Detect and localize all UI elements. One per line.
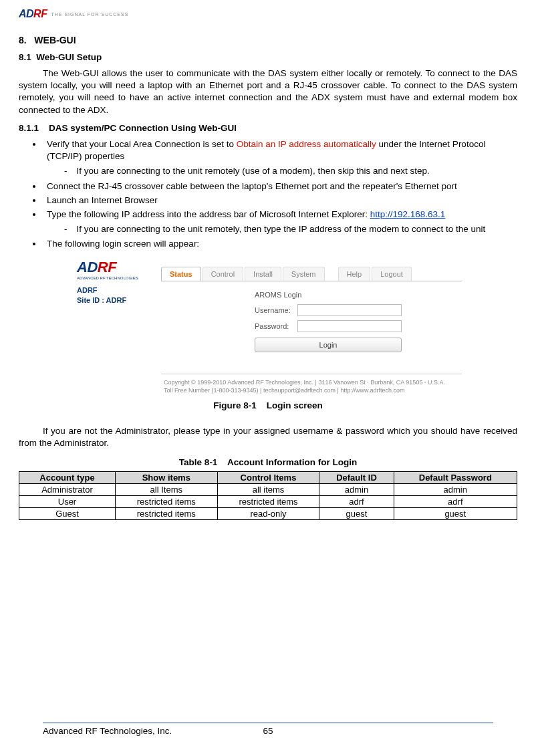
table-header: Default ID xyxy=(319,472,394,484)
instruction-list: Verify that your Local Area Connection i… xyxy=(43,138,517,251)
login-title: AROMS Login xyxy=(255,291,402,299)
page-footer: Advanced RF Technologies, Inc. 65 xyxy=(43,723,493,736)
admin-note-paragraph: If you are not the Administrator, please… xyxy=(19,425,517,449)
login-button[interactable]: Login xyxy=(255,338,402,352)
adrf-logo-icon: ADRF xyxy=(19,8,47,20)
screenshot-tabs: Status Control Install System Help Logou… xyxy=(161,265,462,281)
tab-status[interactable]: Status xyxy=(161,267,201,281)
tab-help[interactable]: Help xyxy=(338,267,371,281)
highlight-text: Obtain an IP address automatically xyxy=(237,139,376,149)
table-header-row: Account type Show items Control Items De… xyxy=(19,472,517,484)
footer-page-number: 65 xyxy=(263,726,273,736)
list-item: Type the following IP address into the a… xyxy=(43,209,517,235)
subsection-heading-8-1-1: 8.1.1 DAS system/PC Connection Using Web… xyxy=(19,123,517,133)
ip-address-link[interactable]: http://192.168.63.1 xyxy=(370,209,446,219)
screenshot-footer: Copyright © 1999-2010 Advanced RF Techno… xyxy=(161,378,462,395)
username-input[interactable] xyxy=(297,304,402,316)
table-header: Account type xyxy=(19,472,116,484)
list-item: Connect the RJ-45 crossover cable betwee… xyxy=(43,180,517,193)
logo-tagline: THE SIGNAL FOR SUCCESS xyxy=(51,12,128,17)
footer-company: Advanced RF Technologies, Inc. xyxy=(43,726,172,736)
list-item: The following login screen will appear: xyxy=(43,238,517,250)
table-header: Show items xyxy=(115,472,217,484)
tab-system[interactable]: System xyxy=(283,267,325,281)
page-header-logo: ADRF THE SIGNAL FOR SUCCESS xyxy=(19,7,517,21)
login-screenshot: ADRF ADVANCED RF TECHNOLOGIES ADRF Site … xyxy=(74,255,462,395)
sub-list-item: If you are connecting to the unit remote… xyxy=(64,165,517,177)
table-row: Administrator all Items all items admin … xyxy=(19,484,517,496)
table-caption: Table 8-1 Account Information for Login xyxy=(19,457,517,467)
username-label: Username: xyxy=(255,306,297,314)
table-row: User restricted items restricted items a… xyxy=(19,496,517,508)
screenshot-site-info: ADRF Site ID : ADRF xyxy=(77,285,161,306)
table-header: Default Password xyxy=(394,472,517,484)
table-header: Control Items xyxy=(217,472,319,484)
password-label: Password: xyxy=(255,322,297,330)
table-row: Guest restricted items read-only guest g… xyxy=(19,508,517,520)
list-item: Verify that your Local Area Connection i… xyxy=(43,138,517,178)
login-form: AROMS Login Username: Password: Login xyxy=(255,291,402,352)
subsection-heading-8-1: 8.1 Web-GUI Setup xyxy=(19,52,517,62)
section-heading: 8. WEB-GUI xyxy=(19,35,517,45)
password-input[interactable] xyxy=(297,320,402,332)
tab-logout[interactable]: Logout xyxy=(372,267,412,281)
figure-caption: Figure 8-1 Login screen xyxy=(19,400,517,410)
tab-control[interactable]: Control xyxy=(203,267,243,281)
list-item: Launch an Internet Browser xyxy=(43,195,517,207)
sub-list-item: If you are connecting to the unit remote… xyxy=(64,223,517,235)
tab-install[interactable]: Install xyxy=(245,267,281,281)
account-info-table: Account type Show items Control Items De… xyxy=(19,471,517,520)
screenshot-logo-icon: ADRF ADVANCED RF TECHNOLOGIES xyxy=(77,259,161,280)
intro-paragraph: The Web-GUI allows the user to communica… xyxy=(19,68,517,116)
